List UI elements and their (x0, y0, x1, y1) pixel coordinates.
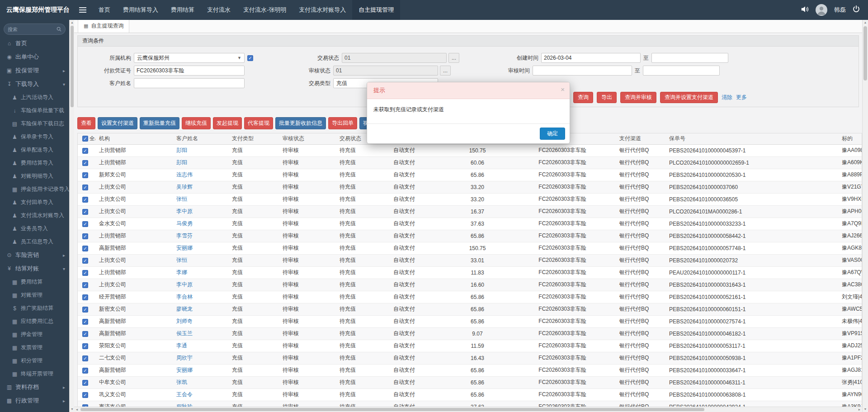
org-select[interactable]: 云鹰保服郑州 ▼ (134, 53, 245, 63)
sidebar-item[interactable]: $推广奖励结算 (0, 302, 69, 315)
nav-item[interactable]: 费用结算导入 (117, 0, 165, 20)
customer-name-link[interactable]: 张凯 (173, 376, 228, 388)
scroll-down-icon[interactable]: ▼ (70, 407, 75, 412)
create-time-to-input[interactable] (651, 53, 728, 63)
sidebar-search[interactable] (4, 24, 66, 35)
customer-name-link[interactable]: 马俊勇 (173, 218, 228, 230)
toolbar-button[interactable]: 重新批量充值 (140, 117, 179, 129)
nav-item[interactable]: 自主提现管理 (352, 0, 400, 20)
customer-name-link[interactable]: 刘师奇 (173, 315, 228, 327)
search-icon[interactable] (57, 25, 61, 33)
toolbar-button[interactable]: 代客提现 (244, 117, 273, 129)
customer-name-link[interactable]: 李合林 (173, 291, 228, 303)
select-all-checkbox[interactable]: ✓ (82, 136, 88, 142)
sidebar-item[interactable]: ⊙车险营销▸ (0, 248, 69, 262)
customer-name-link[interactable]: 彭阳 (173, 156, 228, 169)
scroll-up-icon[interactable]: ▲ (863, 20, 868, 25)
row-checkbox[interactable]: ✓ (82, 282, 88, 288)
scroll-down-icon[interactable]: ▼ (863, 407, 868, 412)
row-checkbox[interactable]: ✓ (82, 160, 88, 166)
sidebar-scrollbar-thumb[interactable] (71, 26, 74, 107)
audit-time-to-input[interactable] (643, 66, 720, 76)
toolbar-button[interactable]: 设置支付渠道 (98, 117, 137, 129)
horizontal-scrollbar-thumb[interactable] (80, 408, 704, 411)
sidebar-item[interactable]: ↓车险保单批量下载 (0, 104, 69, 117)
sidebar-item[interactable]: ♟对账明细导入 (0, 170, 69, 183)
nav-item[interactable]: 支付流水对账导入 (292, 0, 352, 20)
customer-name-link[interactable]: 李中原 (173, 205, 228, 218)
trade-status-input[interactable] (342, 53, 447, 63)
customer-name-link[interactable]: 张恒 (173, 254, 228, 266)
nav-item[interactable]: 首页 (92, 0, 117, 20)
user-avatar[interactable] (816, 4, 827, 16)
sidebar-item[interactable]: ▦应结费用汇总 (0, 315, 69, 328)
row-checkbox[interactable]: ✓ (82, 294, 88, 300)
row-checkbox[interactable]: ✓ (82, 209, 88, 215)
row-checkbox[interactable]: ✓ (82, 233, 88, 239)
toolbar-button[interactable]: 查看 (77, 117, 95, 129)
sidebar-item[interactable]: ♟上汽活动导入 (0, 91, 69, 104)
sidebar-item[interactable]: ♟费用结算导入 (0, 156, 69, 170)
row-checkbox[interactable]: ✓ (82, 392, 88, 398)
audit-status-more-button[interactable]: ... (440, 66, 451, 76)
create-time-from-input[interactable] (541, 53, 641, 63)
sidebar-item[interactable]: ♟保单配送导入 (0, 143, 69, 156)
audit-status-input[interactable] (333, 66, 438, 76)
sidebar-item[interactable]: ↧下载导入▾ (0, 77, 69, 91)
customer-name-link[interactable]: 连志伟 (173, 169, 228, 181)
pay-voucher-input[interactable] (134, 66, 245, 76)
confirm-button[interactable]: 确定 (540, 128, 565, 140)
customer-name-link[interactable]: 李雪芬 (173, 230, 228, 242)
nav-item[interactable]: 支付流水 (201, 0, 237, 20)
tab-self-withdraw-query[interactable]: ▦ 自主提现查询 (78, 19, 129, 33)
org-checkbox[interactable]: ✓ (247, 55, 253, 61)
trade-status-more-button[interactable]: ... (448, 53, 459, 63)
customer-name-link[interactable]: 李娜 (173, 266, 228, 279)
scroll-left-icon[interactable]: ◄ (74, 407, 80, 412)
sidebar-item[interactable]: ♟业务员导入 (0, 222, 69, 235)
row-checkbox[interactable]: ✓ (82, 172, 88, 178)
row-checkbox[interactable]: ✓ (82, 355, 88, 361)
sidebar-item[interactable]: ♟保单录卡导入 (0, 130, 69, 143)
customer-name-link[interactable]: 李中原 (173, 279, 228, 291)
row-checkbox[interactable]: ✓ (82, 258, 88, 264)
customer-name-link[interactable]: 彭阳 (173, 144, 228, 156)
row-checkbox[interactable]: ✓ (82, 221, 88, 227)
sidebar-item[interactable]: ▦积分管理 (0, 354, 69, 367)
user-name[interactable]: 韩磊 (834, 6, 846, 14)
volume-icon[interactable] (801, 6, 809, 14)
clear-button[interactable]: 清除 (722, 94, 732, 101)
customer-name-link[interactable]: 侯玉兰 (173, 327, 228, 340)
row-checkbox[interactable]: ✓ (82, 343, 88, 349)
sidebar-item[interactable]: ♟员工信息导入 (0, 235, 69, 248)
customer-name-link[interactable]: 廖晓龙 (173, 303, 228, 315)
toolbar-button[interactable]: 批量更新收款信息 (275, 117, 326, 129)
row-checkbox[interactable]: ✓ (82, 148, 88, 154)
horizontal-scrollbar[interactable]: ◄ ► (74, 407, 862, 412)
sidebar-item[interactable]: ▦押金管理 (0, 328, 69, 341)
row-checkbox[interactable]: ✓ (82, 197, 88, 203)
search-and-set-channel-button[interactable]: 查询并设置支付渠道 (660, 92, 718, 103)
sidebar-item[interactable]: ⌂首页 (0, 37, 69, 50)
nav-item[interactable]: 支付流水-张明明 (237, 0, 292, 20)
sidebar-item[interactable]: ♟支付流水对账导入 (0, 209, 69, 222)
customer-name-input[interactable] (134, 78, 245, 88)
toolbar-button[interactable]: 继续充值 (182, 117, 211, 129)
scroll-right-icon[interactable]: ► (857, 407, 862, 412)
hamburger-menu-icon[interactable] (76, 0, 90, 20)
customer-name-link[interactable]: 吴珍辉 (173, 181, 228, 193)
sidebar-item[interactable]: ◉出单中心 (0, 50, 69, 64)
power-icon[interactable] (853, 5, 860, 14)
row-checkbox[interactable]: ✓ (82, 319, 88, 325)
row-checkbox[interactable]: ✓ (82, 246, 88, 251)
customer-name-link[interactable]: 安丽娜 (173, 364, 228, 376)
search-and-audit-button[interactable]: 查询并审核 (620, 92, 656, 103)
sidebar-item[interactable]: ▦对账管理 (0, 289, 69, 302)
sidebar-item[interactable]: ▦终端开票管理 (0, 367, 69, 380)
row-checkbox[interactable]: ✓ (82, 380, 88, 386)
audit-time-from-input[interactable] (533, 66, 632, 76)
nav-item[interactable]: 费用结算 (165, 0, 201, 20)
customer-name-link[interactable]: 周欣宇 (173, 352, 228, 364)
export-button[interactable]: 导出 (597, 92, 617, 103)
toolbar-button[interactable]: 发起提现 (213, 117, 242, 129)
